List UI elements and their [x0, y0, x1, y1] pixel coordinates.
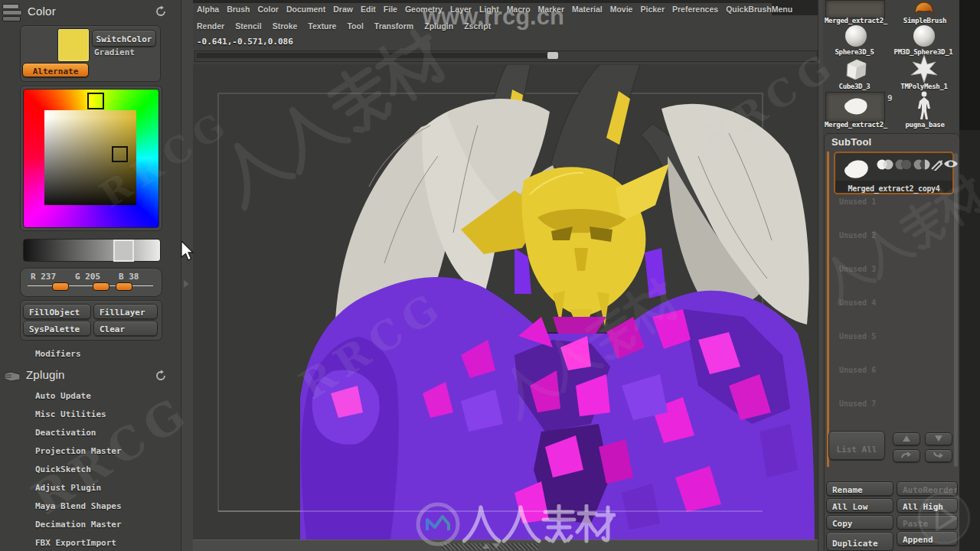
gradient-button[interactable]: Gradient — [94, 47, 135, 57]
menu-item-zplugin[interactable]: Zplugin — [424, 21, 453, 31]
b-slider-handle[interactable] — [116, 282, 132, 291]
menu-item-macro[interactable]: Macro — [507, 5, 531, 14]
menu-item-picker[interactable]: Picker — [640, 5, 665, 14]
plugin-item-maya-blend-shapes[interactable]: Maya Blend Shapes — [35, 501, 122, 511]
subtool-slot-unused-2[interactable]: Unused 2 — [839, 231, 876, 240]
plugin-item-auto-update[interactable]: Auto Update — [35, 391, 91, 401]
doc-scrollbar-handle[interactable] — [547, 52, 558, 59]
subtool-slot-unused-6[interactable]: Unused 6 — [839, 366, 876, 374]
timeline-marker-down-icon[interactable] — [492, 543, 500, 549]
subtool-panel-title[interactable]: SubTool — [831, 136, 871, 148]
cube3d-icon[interactable] — [841, 57, 871, 83]
tool-thumb-merged-extract2-a[interactable] — [825, 0, 885, 18]
g-slider-handle[interactable] — [93, 282, 109, 291]
menu-item-preferences[interactable]: Preferences — [672, 5, 718, 14]
menu-item-alpha[interactable]: Alpha — [197, 5, 219, 14]
subtool-slot-unused-3[interactable]: Unused 3 — [839, 265, 876, 273]
menu-item-light[interactable]: Light — [479, 5, 499, 14]
subtool-move-bottom-button[interactable] — [925, 449, 952, 462]
alternate-button[interactable]: Alternate — [22, 63, 89, 77]
plugin-item-fbx-exportimport[interactable]: FBX ExportImport — [35, 538, 116, 548]
sphere3d-icon[interactable] — [844, 24, 867, 47]
menu-item-quickbrushmenu[interactable]: QuickBrushMenu — [726, 5, 792, 14]
eye-icon[interactable] — [943, 158, 959, 169]
hue-cursor[interactable] — [87, 93, 104, 109]
subtool-slot-unused-7[interactable]: Unused 7 — [839, 399, 876, 408]
copy-button[interactable]: Copy — [826, 515, 893, 530]
subtool-move-top-button[interactable] — [893, 449, 920, 462]
pm3d-sphere-icon[interactable] — [913, 24, 936, 47]
polypaint-dim-icon[interactable] — [895, 159, 912, 170]
plugin-item-quicksketch[interactable]: QuickSketch — [35, 465, 91, 474]
menu-zone: Alpha Brush Color Document Draw Edit Fil… — [193, 0, 818, 64]
subtool-slot-unused-4[interactable]: Unused 4 — [839, 298, 876, 307]
menu-item-material[interactable]: Material — [572, 5, 603, 14]
doc-scrollbar-track[interactable] — [194, 51, 818, 62]
autoreorder-button[interactable]: AutoReorder — [897, 481, 958, 496]
fill-object-button[interactable]: FillObject — [23, 304, 91, 319]
menu-item-zscript[interactable]: Zscript — [464, 21, 491, 31]
zplugin-refresh-icon[interactable] — [155, 370, 167, 382]
polypaint-on-icon[interactable] — [877, 159, 893, 170]
menu-item-draw[interactable]: Draw — [333, 5, 353, 14]
subtool-move-up-button[interactable] — [893, 432, 920, 445]
menu-item-render[interactable]: Render — [197, 21, 224, 31]
menu-item-layer[interactable]: Layer — [450, 5, 472, 14]
menu-item-stroke[interactable]: Stroke — [273, 21, 298, 31]
all-low-button[interactable]: All Low — [826, 498, 893, 513]
list-all-button[interactable]: List All — [828, 431, 885, 460]
menu-item-stencil[interactable]: Stencil — [235, 21, 261, 31]
current-color-swatch[interactable] — [57, 28, 90, 62]
plugin-item-deactivation[interactable]: Deactivation — [35, 428, 96, 438]
value-gradient-bar[interactable] — [23, 239, 161, 262]
append-button[interactable]: Append — [897, 531, 958, 546]
subtool-move-down-button[interactable] — [925, 432, 952, 445]
subtool-scrollbar[interactable] — [954, 153, 958, 467]
duplicate-button[interactable]: Duplicate — [826, 532, 893, 551]
all-high-button[interactable]: All High — [897, 498, 958, 513]
zplugin-panel-title: Zplugin — [26, 368, 65, 381]
simplebrush-icon[interactable] — [913, 2, 936, 16]
menu-item-transform[interactable]: Transform — [374, 21, 413, 31]
menu-item-file[interactable]: File — [384, 5, 397, 14]
sv-cursor[interactable] — [112, 146, 128, 162]
subtool-slot-unused-1[interactable]: Unused 1 — [839, 197, 876, 206]
menu-item-marker[interactable]: Marker — [538, 5, 564, 14]
clear-button[interactable]: Clear — [93, 321, 158, 336]
plugin-item-misc-utilities[interactable]: Misc Utilities — [35, 409, 106, 419]
polypaint-half-icon[interactable] — [913, 159, 930, 170]
pen-icon[interactable] — [930, 158, 944, 171]
viewport[interactable] — [193, 64, 818, 551]
value-cursor[interactable] — [113, 240, 134, 262]
menu-item-color[interactable]: Color — [258, 5, 279, 14]
fill-layer-button[interactable]: FillLayer — [93, 304, 158, 319]
menu-item-texture[interactable]: Texture — [308, 21, 336, 31]
r-slider-handle[interactable] — [52, 282, 69, 291]
menu-item-document[interactable]: Document — [286, 5, 325, 14]
tool-thumb-merged-extract2-b[interactable] — [825, 92, 885, 122]
rgb-slider-track[interactable] — [28, 285, 153, 286]
subtool-item-active[interactable]: Merged_extract2_copy4 — [834, 152, 954, 194]
paste-button[interactable]: Paste — [897, 515, 958, 530]
plugin-item-decimation-master[interactable]: Decimation Master — [35, 520, 122, 530]
plugin-item-adjust-plugin[interactable]: Adjust Plugin — [35, 483, 101, 493]
tmpolymesh-star-icon[interactable] — [911, 55, 937, 83]
subtool-slot-unused-5[interactable]: Unused 5 — [839, 332, 876, 341]
menu-item-movie[interactable]: Movie — [610, 5, 633, 14]
color-refresh-icon[interactable] — [155, 5, 167, 18]
timeline-texture-band[interactable] — [442, 543, 538, 550]
modifiers-section[interactable]: Modifiers — [35, 349, 81, 359]
plugin-item-projection-master[interactable]: Projection Master — [35, 446, 122, 456]
menu-item-geometry[interactable]: Geometry — [405, 5, 443, 14]
menu-item-brush[interactable]: Brush — [227, 5, 250, 14]
timeline-marker-up-icon[interactable] — [482, 543, 490, 549]
menu-item-edit[interactable]: Edit — [361, 5, 376, 14]
palette-list-icon[interactable] — [2, 3, 22, 21]
sys-palette-button[interactable]: SysPalette — [23, 321, 91, 336]
divider-collapse-arrow[interactable] — [184, 280, 189, 288]
menu-item-tool[interactable]: Tool — [347, 21, 363, 31]
viewport-bottom-bar[interactable] — [193, 540, 818, 551]
rename-button[interactable]: Rename — [826, 481, 893, 496]
switch-color-button[interactable]: SwitchColor — [92, 30, 156, 47]
pugna-base-figure-icon[interactable] — [916, 90, 933, 121]
